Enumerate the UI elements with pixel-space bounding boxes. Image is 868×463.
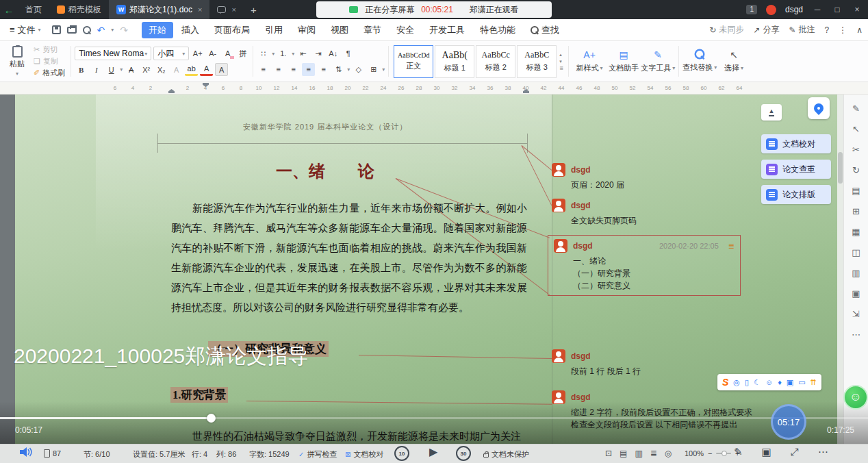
- shading-button[interactable]: ◇: [352, 63, 365, 76]
- disc-icon[interactable]: ◎: [733, 379, 740, 386]
- moon-icon[interactable]: ☾: [754, 379, 761, 386]
- web-layout-icon[interactable]: ≣: [650, 449, 657, 458]
- recorder-logo-icon[interactable]: S: [722, 377, 728, 388]
- underline-button[interactable]: U: [105, 63, 118, 76]
- floating-avatar[interactable]: ☺: [843, 385, 868, 410]
- highlight-color-button[interactable]: ab: [185, 63, 198, 76]
- more-icon[interactable]: ⋯: [818, 447, 828, 458]
- docer-tab[interactable]: 稻壳模板: [49, 0, 109, 19]
- decrease-font-button[interactable]: A-: [206, 47, 219, 60]
- help-button[interactable]: ?: [825, 25, 830, 35]
- spell-check-status[interactable]: ✓拼写检查: [298, 449, 337, 460]
- align-right-button[interactable]: ≡: [287, 63, 300, 76]
- chat-tab[interactable]: ×: [209, 0, 243, 19]
- menu-tab-2[interactable]: 页面布局: [207, 22, 257, 38]
- doc-tab[interactable]: W郑潇论文1(1).doc×: [109, 0, 209, 19]
- style-cell-3[interactable]: AaBbC标题 3: [517, 45, 557, 78]
- phone-icon[interactable]: ▯: [745, 379, 749, 386]
- format-painter-button[interactable]: ✐ 格式刷: [31, 68, 67, 79]
- layout-icon[interactable]: ◫: [852, 248, 860, 257]
- gallery-up-icon[interactable]: ▴: [559, 52, 563, 58]
- undo-icon[interactable]: ↶: [97, 25, 105, 36]
- volume-icon[interactable]: [19, 446, 33, 458]
- style-cell-0[interactable]: AaBbCcDd正文: [394, 45, 433, 78]
- left-indent-marker[interactable]: [168, 89, 175, 93]
- section-indicator[interactable]: 节: 6/10: [84, 449, 110, 460]
- bullets-button[interactable]: ∷: [257, 47, 270, 60]
- eye-protection-icon[interactable]: ◎: [665, 449, 672, 458]
- vertical-scrollbar[interactable]: [837, 95, 843, 444]
- paste-button[interactable]: 粘贴 ▾: [4, 43, 30, 79]
- print-preview-icon[interactable]: [83, 26, 91, 34]
- home-tab[interactable]: 首页: [18, 0, 49, 19]
- chevron-down-icon[interactable]: ▾: [111, 27, 114, 33]
- user-avatar[interactable]: [766, 5, 776, 15]
- copy-button[interactable]: ❏ 复制: [31, 56, 67, 67]
- clipboard-icon[interactable]: ▣: [852, 289, 860, 298]
- justify-button[interactable]: ≡: [302, 63, 315, 76]
- recording-timer-bubble[interactable]: 05:17: [771, 404, 806, 440]
- menu-tab-1[interactable]: 插入: [175, 22, 206, 38]
- menu-tab-5[interactable]: 视图: [324, 22, 355, 38]
- back-icon[interactable]: ←: [0, 4, 18, 16]
- clear-format-button[interactable]: A: [221, 47, 234, 60]
- pinyin-guide-button[interactable]: 拼: [236, 47, 249, 60]
- side-tool-button-2[interactable]: 论文排版: [761, 185, 831, 204]
- style-cell-2[interactable]: AaBbCc标题 2: [476, 45, 515, 78]
- save-icon[interactable]: [52, 25, 61, 34]
- side-tool-button-1[interactable]: 论文查重: [761, 160, 831, 179]
- line-spacing-button[interactable]: ⇅: [332, 63, 345, 76]
- style-cell-1[interactable]: AaBb(标题 1: [435, 45, 474, 78]
- char-shading-button[interactable]: A: [215, 63, 228, 76]
- char-border-button[interactable]: A: [170, 63, 183, 76]
- mic-icon[interactable]: ♦: [778, 379, 782, 386]
- screen-share-icon[interactable]: ▭: [798, 379, 805, 386]
- full-screen-view-icon[interactable]: ⊡: [605, 449, 612, 458]
- play-button[interactable]: ▶: [429, 445, 437, 458]
- file-menu[interactable]: ≡ 文件 ▾: [5, 24, 45, 36]
- zoom-slider-knob[interactable]: [722, 451, 727, 456]
- bold-button[interactable]: B: [75, 63, 88, 76]
- subscript-button[interactable]: X₂: [155, 63, 168, 76]
- close-button[interactable]: ×: [852, 5, 863, 14]
- scrollbar-thumb[interactable]: [838, 152, 843, 184]
- comment-button[interactable]: ✎ 批注: [789, 24, 815, 36]
- more-tools-icon[interactable]: ⋯: [852, 330, 860, 339]
- comment-menu-icon[interactable]: ≣: [728, 242, 735, 251]
- fullscreen-icon[interactable]: ⤢: [791, 447, 799, 458]
- more-menu-icon[interactable]: ⋮: [839, 25, 847, 35]
- comment[interactable]: dsgd缩进 2 字符，段前段后设置不正确，对照格式要求检查全文段前段后设置 以…: [552, 390, 730, 431]
- side-tool-button-0[interactable]: 文档校对: [761, 134, 831, 153]
- gallery-more-icon[interactable]: ≣: [559, 66, 563, 71]
- find-replace-button[interactable]: 查找替换▾: [682, 43, 717, 79]
- table-icon[interactable]: ⊞: [852, 207, 860, 216]
- annotate-pen-icon[interactable]: ✎: [852, 104, 860, 113]
- annotate-icon[interactable]: ✎: [734, 447, 743, 458]
- font-family-select[interactable]: Times New Roma ▾: [75, 47, 151, 60]
- maximize-button[interactable]: □: [832, 5, 843, 14]
- select-cursor-icon[interactable]: ↖: [852, 125, 860, 134]
- comment[interactable]: dsgd页眉：2020 届: [552, 163, 730, 191]
- menu-tab-8[interactable]: 开发工具: [422, 22, 472, 38]
- menu-tab-7[interactable]: 安全: [390, 22, 421, 38]
- increase-font-button[interactable]: A+: [191, 47, 204, 60]
- page-indicator[interactable]: 87: [44, 449, 61, 458]
- zoom-slider[interactable]: [716, 453, 731, 454]
- comment[interactable]: dsgd2020-02-20 22:05≣一、绪论（一）研究背景（二）研究意义: [548, 235, 741, 296]
- gallery-down-icon[interactable]: ▾: [559, 59, 563, 64]
- sync-status-button[interactable]: ↻ 未同步: [709, 24, 743, 36]
- menu-tab-0[interactable]: 开始: [142, 22, 173, 38]
- location-pin-button[interactable]: [808, 97, 830, 119]
- numbering-button[interactable]: 1.: [277, 47, 290, 60]
- menu-tab-9[interactable]: 特色功能: [473, 22, 522, 38]
- italic-button[interactable]: I: [90, 63, 103, 76]
- rewind-10-button[interactable]: 10: [394, 446, 409, 461]
- increase-indent-button[interactable]: ⇥: [311, 47, 324, 60]
- select-button[interactable]: ↖ 选择▾: [717, 43, 751, 79]
- font-color-button[interactable]: A: [200, 63, 213, 76]
- comment[interactable]: dsgd全文缺失页脚页码: [552, 199, 730, 227]
- close-tab-icon[interactable]: ×: [231, 5, 235, 14]
- redo-icon[interactable]: ↷: [120, 25, 128, 36]
- forward-30-button[interactable]: 30: [456, 446, 471, 461]
- menu-tab-6[interactable]: 章节: [357, 22, 388, 38]
